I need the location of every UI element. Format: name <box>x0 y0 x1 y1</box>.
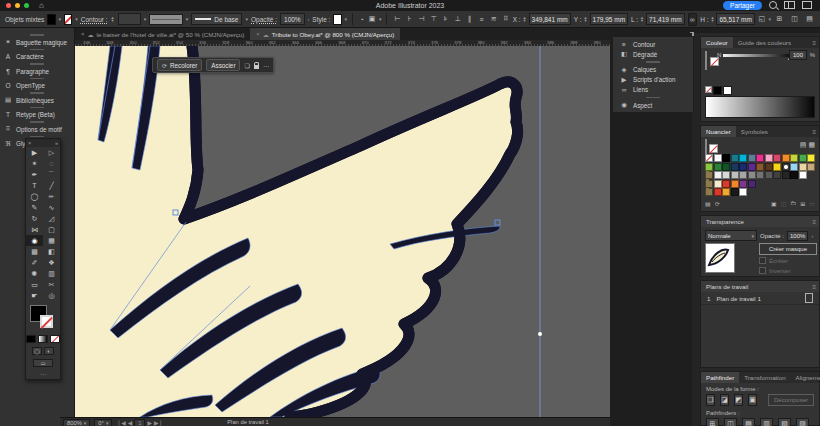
tab-close-icon[interactable]: × <box>256 31 260 37</box>
recolor-button[interactable]: ⟳Recolorer <box>157 59 202 71</box>
sidebar-item-baguette-magique[interactable]: ✶Baguette magique <box>0 38 74 47</box>
draw-behind-button[interactable]: ◐ <box>44 347 54 355</box>
blend-mode-select[interactable]: Normale▾ <box>705 230 757 241</box>
free-transform-tool[interactable]: ▢ <box>43 224 60 235</box>
clip-checkbox[interactable] <box>759 257 766 264</box>
panel-drag-handle[interactable] <box>30 107 44 109</box>
width-stepper[interactable]: ▲▼ <box>640 16 644 22</box>
zoom-tool[interactable]: ◎ <box>43 290 60 301</box>
swatch[interactable] <box>756 154 764 162</box>
distribute-horizontal-icon[interactable]: ∥ <box>464 14 475 25</box>
duplicate-icon[interactable]: ❏ <box>244 62 249 69</box>
color-spectrum-ramp[interactable] <box>705 96 815 118</box>
swatch-group-folder-icon[interactable] <box>705 188 713 196</box>
invert-mask-checkbox[interactable] <box>759 267 766 274</box>
swatch[interactable] <box>722 180 730 188</box>
sync-libraries-icon[interactable]: ⟳ <box>715 200 720 207</box>
strip-item-aspect[interactable]: ◉Aspect <box>613 100 693 110</box>
swatch[interactable] <box>748 163 756 171</box>
swatch[interactable] <box>714 154 722 162</box>
tab-guide-des-couleurs[interactable]: Guide des couleurs <box>733 37 796 48</box>
document-tab-2[interactable]: ×☁Tribute to Obey.ai* @ 800 % (CMJN/Aper… <box>250 28 400 40</box>
transform-options-icon[interactable]: ◱ <box>758 14 766 25</box>
new-color-group-icon[interactable]: 🗀 <box>790 200 796 207</box>
group-button[interactable]: Associer <box>206 59 240 71</box>
swatch[interactable] <box>782 171 790 179</box>
mini-swatch[interactable] <box>723 86 732 95</box>
global-edit-icon[interactable]: ◔ <box>358 14 366 25</box>
trim-icon[interactable]: ◫ <box>724 418 737 426</box>
strip-item-calques[interactable]: ◈Calques <box>613 65 693 75</box>
swatch[interactable] <box>705 154 713 162</box>
selection-tool[interactable]: ▶ <box>26 147 43 158</box>
blend-tool[interactable]: ❖ <box>43 257 60 268</box>
panel-drag-handle[interactable] <box>646 97 660 99</box>
swatch[interactable] <box>739 163 747 171</box>
swatch[interactable] <box>765 154 773 162</box>
paintbrush-tool[interactable]: ✏ <box>43 191 60 202</box>
delete-swatch-icon[interactable]: ▭ <box>809 200 815 207</box>
lasso-tool[interactable]: ◌ <box>43 158 60 169</box>
swatch[interactable] <box>765 163 773 171</box>
share-button[interactable]: Partager <box>723 1 762 11</box>
sidebar-item-opentype[interactable]: OOpenType <box>0 81 74 90</box>
mini-swatch[interactable] <box>713 86 722 95</box>
screen-mode-button[interactable]: ▭ <box>33 359 53 367</box>
select-similar-icon[interactable]: ▣ <box>368 14 376 25</box>
zoom-window-button[interactable] <box>24 3 29 8</box>
search-icon[interactable] <box>769 1 777 9</box>
crop-icon[interactable]: ▥ <box>760 418 773 426</box>
stroke-color-well[interactable] <box>40 315 53 328</box>
first-artboard-icon[interactable]: ❘◀ <box>116 420 125 426</box>
stroke-swatch[interactable] <box>64 14 72 25</box>
strip-item-d-grad-[interactable]: ◧Dégradé <box>613 49 693 59</box>
stroke-weight-dropdown-icon[interactable]: ▾ <box>144 16 147 22</box>
swatch[interactable] <box>705 163 713 171</box>
swatch[interactable] <box>714 171 722 179</box>
slice-tool[interactable]: ✂ <box>43 279 60 290</box>
workspace-switcher-icon[interactable] <box>784 1 795 9</box>
height-stepper[interactable]: ▲▼ <box>710 16 714 22</box>
swatch[interactable] <box>765 171 773 179</box>
panel-drag-handle[interactable] <box>30 136 44 138</box>
panel-drag-handle[interactable] <box>646 61 660 63</box>
swatch[interactable] <box>731 154 739 162</box>
unite-icon[interactable]: ❏ <box>706 394 715 406</box>
panel-drag-handle[interactable] <box>30 34 44 36</box>
width-profile-dropdown-icon[interactable]: ▾ <box>186 16 189 22</box>
k-channel-slider[interactable] <box>723 54 791 57</box>
zoom-level-select[interactable]: 800%▾ <box>63 419 90 426</box>
expand-button[interactable]: Décomposer <box>768 394 814 406</box>
none-mode-button[interactable] <box>50 335 60 343</box>
swatch-libraries-icon[interactable]: ▤ <box>705 200 711 207</box>
toolbar-collapse-icon[interactable]: » <box>55 140 58 146</box>
width-profile-dropdown[interactable] <box>149 14 183 25</box>
ellipse-tool[interactable]: ◯ <box>26 191 43 202</box>
artboards-panel-menu-icon[interactable]: ≡ <box>812 284 819 290</box>
direct-selection-tool[interactable]: ▷ <box>43 147 60 158</box>
distribute-vertical-icon[interactable]: ≡ <box>476 14 487 25</box>
rotate-tool[interactable]: ↻ <box>26 213 43 224</box>
strip-item-liens[interactable]: ∞Liens <box>613 85 693 95</box>
transparency-opacity-expand-icon[interactable]: › <box>811 233 813 239</box>
mesh-tool[interactable]: ▩ <box>26 246 43 257</box>
artboard-tool[interactable]: ▭ <box>26 279 43 290</box>
intersect-icon[interactable]: ◩ <box>734 394 743 406</box>
x-field[interactable]: 349,841 mm <box>529 13 571 25</box>
stroke-dropdown-icon[interactable]: ▾ <box>75 16 78 22</box>
color-fill-stroke[interactable] <box>705 52 707 70</box>
panel-drag-handle[interactable] <box>30 78 44 80</box>
divide-icon[interactable]: ⊞ <box>706 418 719 426</box>
toolbar-close-icon[interactable]: × <box>28 140 31 146</box>
swatch-group-folder-icon[interactable] <box>705 171 713 179</box>
swatch[interactable] <box>756 171 764 179</box>
swatch[interactable] <box>714 163 722 171</box>
swatch[interactable] <box>731 188 739 196</box>
artboard-number-field[interactable]: 1 <box>134 419 145 426</box>
strip-item-scripts-d-action[interactable]: ▶Scripts d'action <box>613 75 693 85</box>
swatch[interactable] <box>722 154 730 162</box>
align-horizontal-left-icon[interactable]: ⊢ <box>392 14 403 25</box>
pen-tool[interactable]: ✒ <box>26 169 43 180</box>
swatch[interactable] <box>799 171 807 179</box>
color-panel-menu-icon[interactable]: ≡ <box>812 37 819 48</box>
